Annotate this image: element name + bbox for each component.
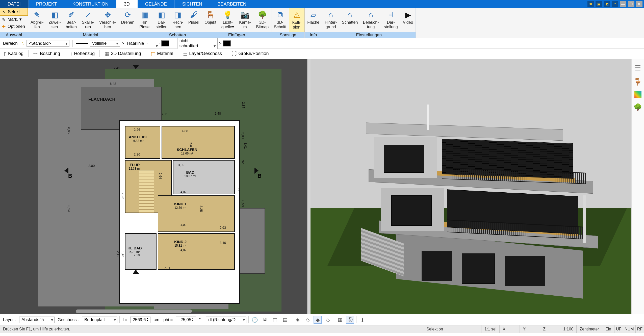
haarlinie-label: Haarlinie [126,41,146,46]
richtung-select[interactable]: dl (Richtung/Di [206,317,246,323]
close-button[interactable]: ✕ [636,1,642,7]
schatten-rechnen[interactable]: ◨Rech-nen [170,8,186,32]
material-skalieren[interactable]: ⤢Skalie-ren [79,8,97,32]
group-label-einfuegen: Einfügen [202,32,271,38]
einst-schatten[interactable]: ⌂Schatten [339,8,360,32]
einst-hintergrund[interactable]: ⌂Hinter-grund [322,8,339,32]
lineweight-select[interactable] [147,43,160,44]
material-abgreifen[interactable]: ✎Abgrei-fen [28,8,46,32]
view-icon[interactable]: ◩ [604,1,610,7]
snap3-icon[interactable]: ◆ [314,316,322,324]
colors-panel-icon[interactable] [634,91,641,98]
menu-3d[interactable]: 3D [116,0,138,8]
sonstige-3dschnitt[interactable]: ⧉3D-Schnitt [271,8,289,32]
2d-hscrollbar[interactable] [76,309,192,313]
bereich-select[interactable]: <Standard> [27,40,69,47]
lighting-icon: ⌂ [366,10,376,20]
geschoss-select[interactable]: Bodenplatt [82,317,117,323]
material-verschieben[interactable]: ✥Verschie-ben [97,8,119,32]
north-icon[interactable]: Ⓝ [346,316,354,324]
material-hinpinsel[interactable]: ▦Hin.Pinsel [137,8,153,32]
maximize-button[interactable]: ☐ [628,1,634,7]
einfuegen-3dbitmap[interactable]: 🌳3D-Bitmap [253,8,271,32]
plants-panel-icon[interactable]: 🌳 [634,103,642,112]
dim-264: 2,64 [159,173,162,179]
stack-icon[interactable]: ▤ [281,316,289,324]
menu-file[interactable]: DATEI [0,0,29,8]
tree-icon: 🌳 [257,10,267,20]
2ddarstellung-button[interactable]: ▦2D Darstellung [102,49,144,58]
ribbon-group-material: ✎Abgrei-fen ◧Zuwei-sen ✐Bear-beiten ⤢Ska… [28,8,153,38]
material-bearbeiten[interactable]: ✐Bear-beiten [63,8,80,32]
snap2-icon[interactable]: ◇ [303,316,312,324]
einst-beleuchtung[interactable]: ⌂Beleuch-tung [360,8,381,32]
monitor-icon[interactable]: 🖥 [261,316,269,324]
groesseposition-button[interactable]: ⛶Größe/Position [229,49,271,58]
schatten-pinsel[interactable]: 🖌Pinsel [186,8,202,32]
display-icon: 🖥 [386,10,396,20]
help-icon[interactable]: ? [612,1,618,7]
mark-button[interactable]: ✎Mark.▾ [0,16,28,23]
hoehenzug-button[interactable]: ↕Höhenzug [67,49,97,58]
einfuegen-kamera[interactable]: 📷Kame-ra [237,8,253,32]
schatten-darstellen[interactable]: ◧Dar-stellen [153,8,170,32]
material-drehen[interactable]: ⟳Drehen [119,8,137,32]
background-icon: ⌂ [326,10,336,20]
layergeschoss-button[interactable]: ☰Layer/Geschoss [180,49,225,58]
optionen-button[interactable]: ✚Optionen [0,23,28,30]
einst-darstellung[interactable]: 🖥Dar-stellung [381,8,400,32]
tools-icon[interactable]: ✖ [587,1,594,7]
phi-input[interactable]: ▲▼ [176,317,196,323]
dim-814: 8,14 [67,205,71,212]
menu-projekt[interactable]: PROJEKT [29,0,65,8]
grid-icon[interactable]: ▦ [336,316,344,324]
hatch-select[interactable]: nicht schraffiert [177,38,218,49]
line-color-swatch[interactable] [161,40,169,46]
shadow-icon: ⌂ [345,10,355,20]
info-flaeche[interactable]: ▱Fläche [305,8,322,32]
minimize-button[interactable]: — [620,1,626,7]
snap1-icon[interactable]: ◈ [293,316,301,324]
floor-plan: FLACHDACH TERRASSEBF = 26,46 m² ANKLEIDE… [38,64,283,312]
dim-711: 7,11 [162,112,168,116]
linetype-select[interactable]: Volllinie [90,40,120,47]
dim-402c: 4,02 [181,248,186,252]
dual-icon[interactable]: ◫ [271,316,279,324]
menu-konstruktion[interactable]: KONSTRUKTION [65,0,116,8]
einfuegen-lichtquelle[interactable]: 💡Licht-quelle▾ [219,8,237,32]
boeschung-button[interactable]: 〰Böschung [31,49,63,58]
status-num: NUM [623,325,635,333]
katalog-button[interactable]: ▯Katalog [1,49,26,58]
3d-view[interactable] [311,59,631,314]
layer-select[interactable]: Abstandsflä [19,317,55,323]
einst-video[interactable]: ▶Video [400,8,416,32]
dim-293: 2,93 [220,226,226,229]
bad-label: BAD10,37 m² [184,170,196,178]
edit-icon: ✐ [66,10,76,20]
snap4-icon[interactable]: ◇ [324,316,332,324]
material-button[interactable]: ◫Material [148,49,176,58]
bereich-label: Bereich [2,41,19,46]
info-icon[interactable]: ℹ [358,316,367,324]
menu-gelaende[interactable]: GELÄNDE [138,0,175,8]
menu-bearbeiten[interactable]: BEARBEITEN [210,0,254,8]
l-input[interactable]: ▲▼ [130,317,150,323]
einfuegen-objekt[interactable]: 🪑Objekt [202,8,219,32]
menu-sichten[interactable]: SICHTEN [175,0,210,8]
book-icon: ▯ [4,51,7,57]
dim-226b: 2,26 [134,152,140,156]
sonstige-kollision[interactable]: ⚠Kolli-sion [289,8,304,32]
material-zuweisen[interactable]: ◧Zuwei-sen [46,8,63,32]
furniture-panel-icon[interactable]: 🪑 [634,77,642,86]
dim-302: 3,02 [178,163,184,167]
rotate-icon: ⟳ [123,10,133,20]
view-splitter[interactable] [308,59,311,314]
selekt-button[interactable]: ↖Selekt [0,8,28,16]
package-icon[interactable]: ▣ [596,1,602,7]
hatch-color-swatch[interactable] [223,40,231,46]
dim-402a: 4,02 [181,190,186,194]
layers-panel-icon[interactable]: ☰ [634,64,642,72]
clock-icon[interactable]: 🕐 [251,316,259,324]
status-ein: Ein [602,325,614,333]
2d-view[interactable]: FLACHDACH TERRASSEBF = 26,46 m² ANKLEIDE… [0,59,308,314]
